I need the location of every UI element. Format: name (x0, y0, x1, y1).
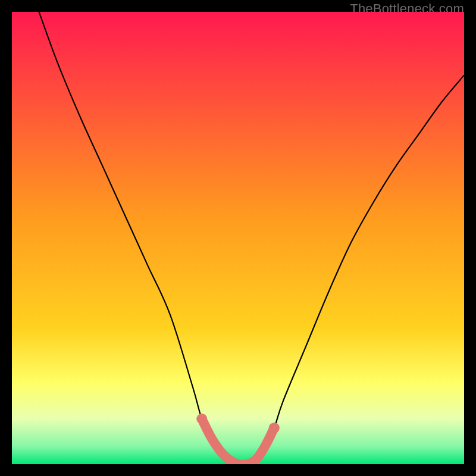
bottleneck-chart (12, 12, 464, 464)
highlight-dot (269, 422, 280, 433)
gradient-background (12, 12, 464, 464)
highlight-dot (196, 414, 207, 424)
chart-frame (12, 12, 464, 464)
